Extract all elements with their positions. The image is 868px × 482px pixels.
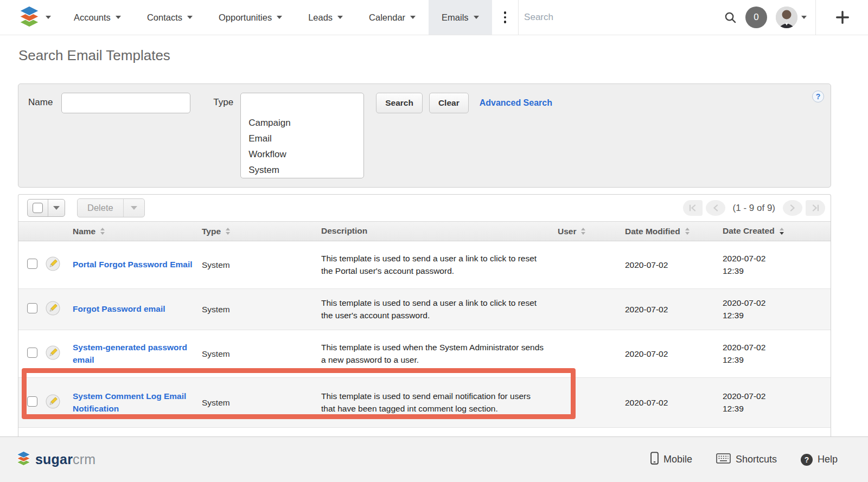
date-modified: 2020-07-02 <box>625 349 723 359</box>
date-modified: 2020-07-02 <box>625 260 723 270</box>
nav-item-accounts[interactable]: Accounts <box>61 0 134 35</box>
shortcuts-link[interactable]: Shortcuts <box>716 453 777 466</box>
nav-item-label: Accounts <box>74 12 111 23</box>
column-header-name[interactable]: Name <box>73 227 202 236</box>
select-all-combo <box>27 199 65 217</box>
edit-icon[interactable] <box>46 345 73 362</box>
nav-item-contacts[interactable]: Contacts <box>134 0 206 35</box>
search-button[interactable]: Search <box>376 93 423 113</box>
edit-icon[interactable] <box>46 256 73 273</box>
edit-icon[interactable] <box>46 394 73 411</box>
mobile-phone-icon <box>650 452 659 467</box>
nav-item-label: Calendar <box>369 12 405 23</box>
first-page-button[interactable] <box>683 200 703 216</box>
clear-button[interactable]: Clear <box>429 93 469 113</box>
template-type: System <box>202 349 321 359</box>
delete-dropdown[interactable] <box>123 199 144 217</box>
edit-icon[interactable] <box>46 301 73 318</box>
template-name-link[interactable]: System Comment Log Email Notification <box>73 390 193 415</box>
chevron-down-icon <box>337 16 343 19</box>
search-input[interactable] <box>524 12 638 23</box>
sort-icon <box>581 228 585 235</box>
search-form-panel: Name Type Campaign Email Workflow System… <box>18 83 831 188</box>
previous-page-button[interactable] <box>706 200 725 216</box>
date-modified: 2020-07-02 <box>625 398 723 408</box>
date-modified: 2020-07-02 <box>625 305 723 314</box>
template-name-link[interactable]: Portal Forgot Password Email <box>73 259 193 271</box>
delete-action-group: Delete <box>77 198 145 217</box>
global-search <box>519 0 724 35</box>
mobile-link[interactable]: Mobile <box>650 452 692 467</box>
row-checkbox[interactable] <box>27 259 37 269</box>
nav-overflow-menu[interactable] <box>492 0 519 35</box>
row-checkbox[interactable] <box>27 396 37 407</box>
table-row-highlighted: System Comment Log Email Notification Sy… <box>18 378 831 428</box>
sugarcrm-cube-icon <box>16 451 31 468</box>
template-description: This template is used to send email noti… <box>321 390 558 415</box>
next-page-button[interactable] <box>783 200 802 216</box>
row-checkbox[interactable] <box>27 348 37 358</box>
template-description: This template is used to send a user a l… <box>321 253 558 277</box>
chevron-down-icon <box>116 16 121 19</box>
select-dropdown[interactable] <box>48 200 65 216</box>
search-icon[interactable] <box>724 11 737 24</box>
type-field-label: Type <box>213 97 233 108</box>
template-name-link[interactable]: System-generated password email <box>73 342 193 366</box>
column-header-user[interactable]: User <box>558 227 625 236</box>
type-option-campaign[interactable]: Campaign <box>245 115 363 131</box>
sort-icon <box>685 228 690 235</box>
column-header-type[interactable]: Type <box>202 227 321 236</box>
avatar <box>776 7 797 28</box>
template-name-link[interactable]: Forgot Password email <box>73 303 165 315</box>
table-header-row: Name Type Description User Date Modified… <box>18 221 831 241</box>
template-type: System <box>202 398 321 408</box>
column-header-date-modified[interactable]: Date Modified <box>625 227 723 236</box>
nav-right-cluster: 0 <box>724 0 868 35</box>
row-checkbox[interactable] <box>27 303 37 313</box>
date-created: 2020-07-02 12:39 <box>723 342 809 366</box>
nav-item-label: Contacts <box>147 12 182 23</box>
template-type: System <box>202 305 321 314</box>
app-logo-menu[interactable] <box>0 0 61 35</box>
template-description: This template is used to send a user a l… <box>321 297 558 322</box>
nav-item-opportunities[interactable]: Opportunities <box>206 0 295 35</box>
nav-divider <box>815 0 816 35</box>
chevron-down-icon <box>410 16 416 19</box>
table-row: System-generated password email System T… <box>18 330 831 378</box>
template-description: This template is used when the System Ad… <box>321 342 558 366</box>
quick-create-button[interactable] <box>825 10 857 24</box>
select-all-checkbox[interactable] <box>28 200 48 216</box>
sort-icon <box>226 228 230 235</box>
nav-item-label: Emails <box>442 12 469 23</box>
top-navigation-bar: Accounts Contacts Opportunities Leads Ca… <box>0 0 868 35</box>
advanced-search-link[interactable]: Advanced Search <box>480 98 552 108</box>
last-page-button[interactable] <box>806 200 825 216</box>
pagination: (1 - 9 of 9) <box>683 200 825 216</box>
sort-icon <box>100 228 105 235</box>
table-row: Forgot Password email System This templa… <box>18 289 831 330</box>
help-icon[interactable]: ? <box>812 91 824 102</box>
sugarcrm-footer-logo: sugarcrm <box>16 451 95 468</box>
nav-item-label: Opportunities <box>219 12 272 23</box>
nav-item-calendar[interactable]: Calendar <box>356 0 429 35</box>
list-toolbar: Delete (1 - 9 of 9) <box>18 195 831 221</box>
chevron-down-icon <box>801 16 807 19</box>
nav-item-leads[interactable]: Leads <box>295 0 356 35</box>
type-option-workflow[interactable]: Workflow <box>245 146 363 162</box>
footer-brand-text: sugarcrm <box>35 452 95 467</box>
type-option-system[interactable]: System <box>245 162 363 178</box>
footer-links: Mobile Shortcuts ? Help <box>650 452 838 467</box>
column-header-description[interactable]: Description <box>321 225 558 237</box>
column-header-date-created[interactable]: Date Created <box>723 225 809 237</box>
nav-item-label: Leads <box>308 12 333 23</box>
help-link[interactable]: ? Help <box>801 454 838 466</box>
type-multiselect[interactable]: Campaign Email Workflow System <box>240 93 364 178</box>
notification-count-badge[interactable]: 0 <box>745 7 767 28</box>
type-option-email[interactable]: Email <box>245 131 363 146</box>
delete-button[interactable]: Delete <box>78 199 123 217</box>
user-menu[interactable] <box>776 7 807 28</box>
name-field[interactable] <box>61 93 190 113</box>
nav-item-emails-active[interactable]: Emails <box>429 0 492 35</box>
help-icon: ? <box>801 454 813 466</box>
date-created: 2020-07-02 12:39 <box>723 390 809 415</box>
